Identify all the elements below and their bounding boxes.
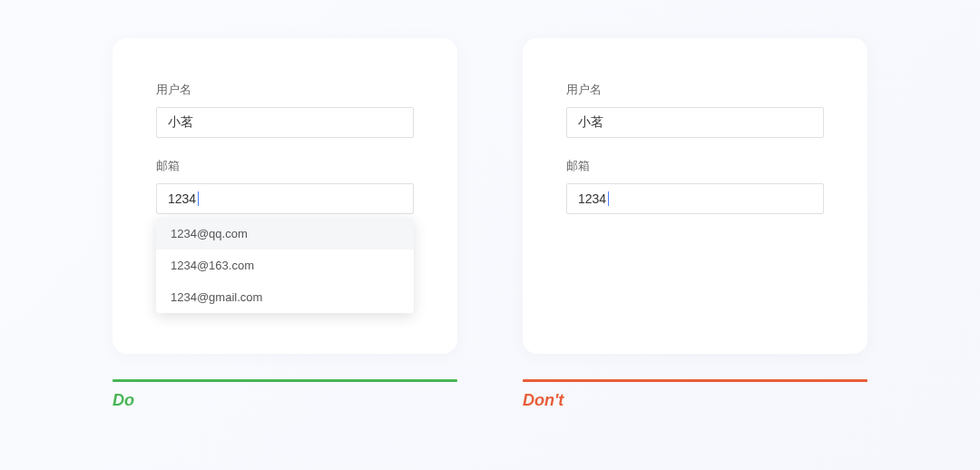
- dont-email-input[interactable]: 1234: [566, 183, 824, 214]
- dont-rule-label: Don't: [523, 391, 867, 410]
- email-suggestions-dropdown: 1234@qq.com 1234@163.com 1234@gmail.com: [156, 218, 414, 313]
- text-cursor-icon: [608, 191, 609, 206]
- do-rule-bar: [113, 379, 457, 382]
- dont-example: 用户名 小茗 邮箱 1234 Don't: [523, 38, 867, 410]
- do-email-value: 1234: [168, 191, 196, 206]
- dont-username-field: 用户名 小茗: [566, 82, 824, 138]
- do-rule-label: Do: [113, 391, 457, 410]
- do-card: 用户名 小茗 邮箱 1234 1234@qq.com 1234@163.com …: [113, 38, 457, 354]
- do-username-field: 用户名 小茗: [156, 82, 414, 138]
- do-username-label: 用户名: [156, 82, 414, 98]
- dont-username-label: 用户名: [566, 82, 824, 98]
- dont-rule-bar: [523, 379, 867, 382]
- dont-username-value: 小茗: [578, 114, 603, 131]
- suggestion-item[interactable]: 1234@gmail.com: [156, 281, 414, 313]
- dont-card: 用户名 小茗 邮箱 1234: [523, 38, 867, 354]
- dont-email-label: 邮箱: [566, 158, 824, 174]
- suggestion-item[interactable]: 1234@163.com: [156, 250, 414, 281]
- do-example: 用户名 小茗 邮箱 1234 1234@qq.com 1234@163.com …: [113, 38, 457, 410]
- suggestion-item[interactable]: 1234@qq.com: [156, 218, 414, 250]
- dont-email-value: 1234: [578, 191, 606, 206]
- do-email-label: 邮箱: [156, 158, 414, 174]
- do-username-value: 小茗: [168, 114, 193, 131]
- dont-username-input[interactable]: 小茗: [566, 107, 824, 138]
- dont-email-field: 邮箱 1234: [566, 158, 824, 214]
- text-cursor-icon: [198, 191, 199, 206]
- do-email-field: 邮箱 1234 1234@qq.com 1234@163.com 1234@gm…: [156, 158, 414, 214]
- do-username-input[interactable]: 小茗: [156, 107, 414, 138]
- do-email-input[interactable]: 1234: [156, 183, 414, 214]
